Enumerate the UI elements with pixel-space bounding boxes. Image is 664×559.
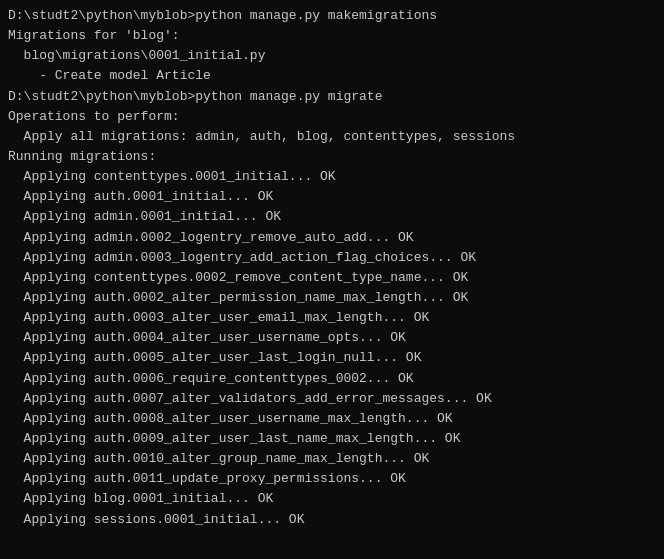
terminal-line: Running migrations: [8, 147, 656, 167]
terminal-line: D:\studt2\python\myblob>python manage.py… [8, 87, 656, 107]
terminal-output: D:\studt2\python\myblob>python manage.py… [8, 6, 656, 530]
terminal-line: Applying auth.0009_alter_user_last_name_… [8, 429, 656, 449]
terminal-line: Applying auth.0002_alter_permission_name… [8, 288, 656, 308]
terminal-line: Applying blog.0001_initial... OK [8, 489, 656, 509]
terminal-line: Applying contenttypes.0001_initial... OK [8, 167, 656, 187]
terminal-line: Applying auth.0007_alter_validators_add_… [8, 389, 656, 409]
terminal-line: Applying auth.0001_initial... OK [8, 187, 656, 207]
terminal-line: Applying auth.0003_alter_user_email_max_… [8, 308, 656, 328]
terminal-line: Operations to perform: [8, 107, 656, 127]
terminal-line: Applying auth.0005_alter_user_last_login… [8, 348, 656, 368]
terminal-line: Applying admin.0003_logentry_add_action_… [8, 248, 656, 268]
terminal-line: Migrations for 'blog': [8, 26, 656, 46]
terminal-line: Applying auth.0004_alter_user_username_o… [8, 328, 656, 348]
terminal-line: Applying auth.0010_alter_group_name_max_… [8, 449, 656, 469]
terminal-line: D:\studt2\python\myblob>python manage.py… [8, 6, 656, 26]
terminal-line: Applying auth.0008_alter_user_username_m… [8, 409, 656, 429]
terminal-line: Applying sessions.0001_initial... OK [8, 510, 656, 530]
terminal-line: Applying admin.0001_initial... OK [8, 207, 656, 227]
terminal-line: Apply all migrations: admin, auth, blog,… [8, 127, 656, 147]
terminal-line: Applying contenttypes.0002_remove_conten… [8, 268, 656, 288]
terminal-line: Applying auth.0011_update_proxy_permissi… [8, 469, 656, 489]
terminal-line: blog\migrations\0001_initial.py [8, 46, 656, 66]
terminal-line: Applying admin.0002_logentry_remove_auto… [8, 228, 656, 248]
terminal-line: Applying auth.0006_require_contenttypes_… [8, 369, 656, 389]
terminal-line: - Create model Article [8, 66, 656, 86]
terminal-window: D:\studt2\python\myblob>python manage.py… [0, 0, 664, 559]
